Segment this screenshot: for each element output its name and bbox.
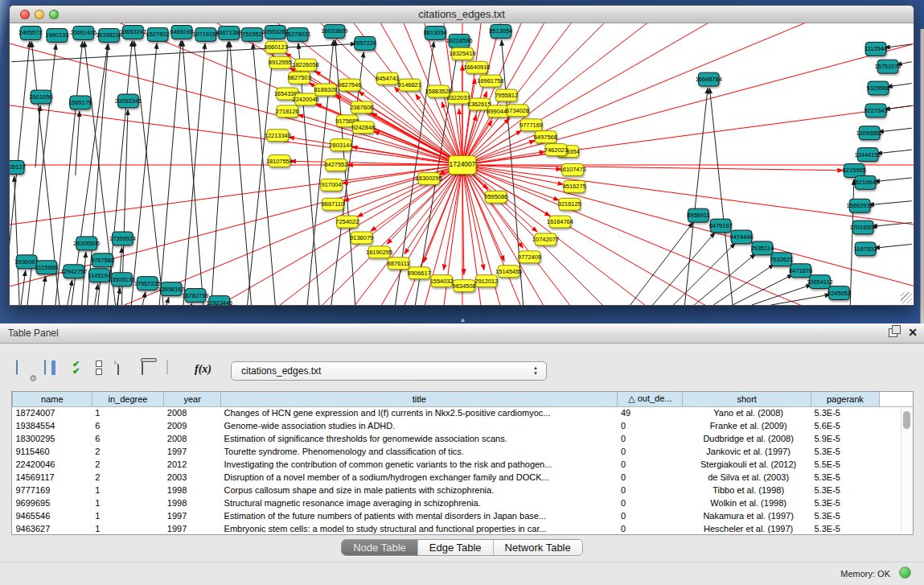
graph-node[interactable]: 1112544 [864,42,887,56]
graph-node[interactable]: 7955812 [495,89,518,101]
graph-node[interactable]: 2718126 [276,105,299,117]
window-resize-grip[interactable] [901,292,912,303]
column-header-title[interactable]: title [221,392,618,406]
graph-node[interactable]: 1589179 [68,96,92,109]
graph-node[interactable]: 16648784 [696,72,722,86]
graph-node[interactable]: 8660123 [265,41,288,53]
tab-node-table[interactable]: Node Table [342,540,418,555]
graph-node[interactable]: 16961758 [477,75,503,87]
graph-node[interactable]: 2405572 [19,26,43,39]
delete-table-icon[interactable] [142,360,159,380]
graph-node[interactable]: 15145455 [495,266,522,278]
graph-node[interactable]: 8471676 [789,264,812,278]
column-header-in_degree[interactable]: in_degree [92,392,164,406]
table-row[interactable]: 1938455462009Genome-wide association stu… [13,419,914,432]
panel-splitter-grip[interactable]: ▲ [459,318,466,323]
graph-node[interactable]: 9827546 [338,79,361,91]
node-table[interactable]: namein_degreeyeartitle△ out_de...shortpa… [11,391,914,535]
graph-node[interactable]: 13958167 [158,282,185,296]
graph-node[interactable]: 18325419 [449,47,475,60]
table-row[interactable]: 946554611997Estimation of the future num… [13,509,914,522]
graph-node[interactable]: 15751074 [874,60,901,73]
float-panel-icon[interactable] [889,328,897,337]
graph-node[interactable]: 2912012 [474,275,498,287]
graph-node[interactable]: 16107473 [560,164,586,176]
graph-node[interactable]: 16190295 [366,246,392,258]
graph-node[interactable]: 2803144 [329,139,352,151]
graph-node[interactable]: 16164764 [547,216,573,228]
graph-node[interactable]: 16640910 [463,61,490,73]
graph-node[interactable]: 16210643 [852,175,879,189]
tab-edge-table[interactable]: Edge Table [418,540,494,555]
graph-node[interactable]: 8906617 [408,267,431,279]
table-row[interactable]: 2242004622012Investigating the contribut… [13,458,914,471]
graph-node[interactable]: 15883520 [425,85,452,97]
table-row[interactable]: 977716911998Corpus callosum shape and si… [13,484,914,496]
graph-node[interactable]: 18338234 [96,28,122,42]
table-panel-header[interactable]: Table Panel ✕ [0,323,924,344]
graph-node[interactable]: 9595086 [484,191,507,203]
graph-node[interactable]: 8876111 [388,257,410,270]
graph-node[interactable]: 16033809 [321,24,347,38]
graph-node[interactable]: 8912955 [269,56,292,68]
tab-network-table[interactable]: Network Table [494,540,582,555]
graph-node[interactable]: 9827503 [288,72,311,84]
graph-node[interactable]: 18107554 [266,155,293,167]
graph-node[interactable]: 6734028 [506,105,529,117]
graph-node[interactable]: 8667110 [322,198,344,210]
graph-node[interactable]: 17957225 [134,277,161,290]
graph-node[interactable]: 9136079 [350,232,373,244]
graph-node[interactable]: 8215955 [843,164,866,178]
graph-node[interactable]: 1527602 [146,27,170,41]
graph-node[interactable]: 12213343 [265,130,291,142]
graph-node[interactable]: 7632621 [770,253,793,266]
graph-node[interactable]: 7462023 [544,144,568,156]
graph-node[interactable]: 9634508 [452,280,475,292]
select-all-icon[interactable]: ✔✔ [72,360,90,380]
table-row[interactable]: 911546021997Tourette syndrome. Phenomeno… [13,445,914,458]
graph-node[interactable]: 6479197 [709,219,733,233]
graph-node[interactable]: 15692931 [847,199,873,212]
table-select-dropdown[interactable]: citations_edges.txt ▲▼ [231,361,547,381]
graph-node[interactable]: 8513054 [489,24,512,38]
graph-node[interactable]: 9227343 [864,104,888,117]
graph-node[interactable]: 1167533 [854,242,877,256]
graph-node[interactable]: 3216125 [558,198,581,210]
graph-node[interactable]: 12942757 [60,265,87,278]
graph-node[interactable]: 9242848 [351,122,375,134]
graph-node[interactable]: 15276021 [285,27,311,41]
column-header-out_de[interactable]: △ out_de... [618,392,683,406]
graph-node[interactable]: 17016504 [850,220,877,234]
table-row[interactable]: 1830029562008Estimation of significance … [13,432,914,445]
column-header-name[interactable]: name [13,392,92,406]
graph-node[interactable]: 9474444 [730,230,754,244]
column-header-short[interactable]: short [683,392,811,406]
clear-selection-icon[interactable] [96,360,113,380]
graph-node[interactable]: 2367608 [350,101,373,113]
graph-node[interactable]: 22420046 [293,93,319,105]
graph-node[interactable]: 10654112 [807,275,833,289]
graph-node[interactable]: 18300295 [416,172,442,184]
graph-node[interactable]: 12923446 [206,296,232,305]
select-columns-icon[interactable] [44,360,62,380]
graph-node[interactable]: 12444151 [855,148,881,162]
graph-node[interactable]: 13505135 [109,273,135,286]
graph-node[interactable]: 16782759 [182,289,208,303]
column-header-pagerank[interactable]: pagerank [811,392,880,406]
graph-node[interactable]: 9329966 [867,81,890,95]
table-settings-icon[interactable]: ⚙ [16,360,34,380]
graph-node[interactable]: 9146821 [398,79,421,91]
graph-node[interactable]: 9772409 [518,251,541,263]
graph-node[interactable]: 8454743 [376,72,399,84]
graph-node[interactable]: 2935114 [751,241,774,255]
graph-node[interactable]: 1960133 [45,28,68,42]
graph-node[interactable]: 17359924 [109,232,136,245]
graph-node[interactable]: 9245052 [827,286,851,300]
graph-node[interactable]: 1554032 [430,275,454,287]
graph-node[interactable]: 10653247 [120,25,146,39]
graph-node[interactable]: 7857224 [353,36,376,50]
graph-node[interactable]: 1145194 [88,269,110,282]
graph-node[interactable]: 26206506 [73,237,100,250]
graph-node[interactable]: 1115686 [35,261,58,274]
graph-node[interactable]: 8405127 [10,161,26,175]
